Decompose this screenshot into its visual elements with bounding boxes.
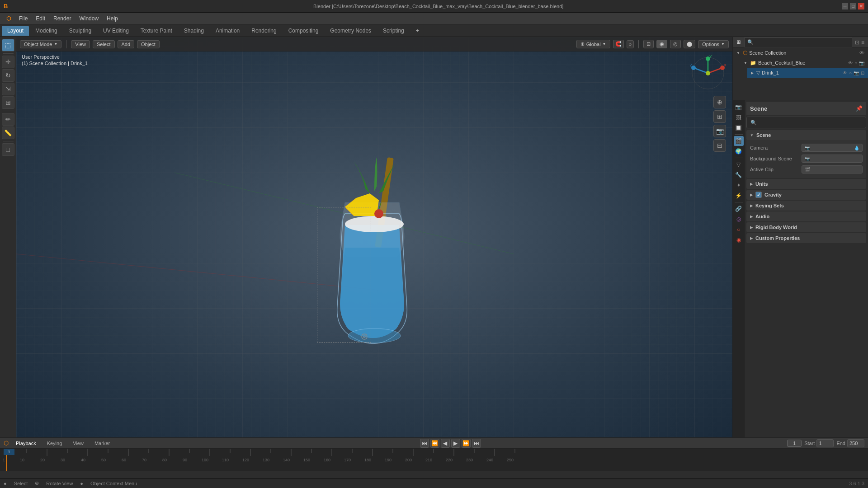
prop-material2-icon[interactable]: ◉ [734, 235, 744, 245]
object-menu[interactable]: Object [137, 40, 160, 48]
viewport-shading-solid[interactable]: ◉ [656, 40, 667, 48]
filter-icon[interactable]: ⊡ [855, 39, 859, 46]
active-clip-field[interactable]: 🎬 [802, 165, 863, 174]
eye-icon-2[interactable]: 👁 [848, 61, 853, 66]
select-icon[interactable]: ⊡ [861, 70, 864, 75]
viewport-options-button[interactable]: Options ▼ [698, 40, 729, 48]
tab-view[interactable]: View [69, 440, 87, 447]
viewport-shading-rendered[interactable]: ⬤ [684, 40, 695, 48]
prop-scene-icon[interactable]: 🎬 [734, 136, 744, 146]
viewport-3d[interactable]: Object Mode ▼ View Select Add Object ⊕ G… [16, 37, 732, 437]
grid-button[interactable]: ⊟ [713, 139, 726, 152]
jump-to-end-button[interactable]: ⏭ [472, 439, 481, 448]
tool-add-cube[interactable]: □ [2, 143, 14, 156]
menu-blender[interactable]: ⬡ [3, 14, 14, 23]
prop-material-icon[interactable]: ○ [734, 225, 744, 235]
maximize-button[interactable]: □ [850, 3, 856, 9]
outliner-scene-collection[interactable]: ▼ ⬡ Scene Collection 👁 [733, 48, 868, 58]
restrict-icon[interactable]: ○ [854, 61, 857, 66]
timeline-ruler[interactable]: 1 1 10 20 30 40 50 60 70 80 90 100 110 1… [0, 449, 868, 471]
menu-help[interactable]: Help [103, 14, 122, 23]
select-menu[interactable]: Select [93, 40, 115, 48]
next-keyframe-button[interactable]: ⏩ [462, 439, 471, 448]
close-button[interactable]: ✕ [858, 3, 864, 9]
menu-file[interactable]: File [15, 14, 31, 23]
custom-props-header[interactable]: ▶ Custom Properties [746, 233, 866, 243]
prop-search-field[interactable]: 🔍 [746, 117, 866, 128]
tool-rotate[interactable]: ↻ [2, 69, 14, 82]
viewport-gizmo[interactable]: X Y Z [690, 55, 726, 91]
tool-transform[interactable]: ⊞ [2, 96, 14, 109]
add-workspace-button[interactable]: + [410, 26, 425, 36]
gravity-checkbox[interactable]: ✓ [755, 192, 762, 198]
tab-layout[interactable]: Layout [2, 26, 29, 36]
units-section-header[interactable]: ▶ Units [746, 179, 866, 189]
tool-select[interactable]: ⬚ [2, 39, 14, 52]
prop-particles-icon[interactable]: ✦ [734, 180, 744, 190]
tab-sculpting[interactable]: Sculpting [64, 26, 97, 36]
prop-constraints-icon[interactable]: 🔗 [734, 204, 744, 214]
prop-output-icon[interactable]: 🖼 [734, 113, 744, 122]
gravity-section-header[interactable]: ▶ ✓ Gravity [746, 190, 866, 200]
tab-uv-editing[interactable]: UV Editing [98, 26, 134, 36]
tool-scale[interactable]: ⇲ [2, 83, 14, 95]
tab-texture-paint[interactable]: Texture Paint [135, 26, 178, 36]
add-menu[interactable]: Add [118, 40, 135, 48]
menu-window[interactable]: Window [75, 14, 102, 23]
viewport-shading-material[interactable]: ◎ [670, 40, 681, 48]
render-icon-2[interactable]: 📷 [854, 70, 859, 75]
prop-viewlayer-icon[interactable]: 🔲 [734, 123, 744, 133]
cursor-icon[interactable]: ○ [849, 70, 852, 75]
audio-section-header[interactable]: ▶ Audio [746, 211, 866, 221]
menu-edit[interactable]: Edit [32, 14, 49, 23]
prop-render-icon[interactable]: 📷 [734, 102, 744, 112]
start-frame-input[interactable]: 1 [816, 439, 834, 447]
zoom-in-button[interactable]: ⊞ [713, 110, 726, 123]
tab-marker[interactable]: Marker [91, 440, 113, 447]
end-frame-input[interactable]: 250 [847, 439, 864, 447]
zoom-to-fit-button[interactable]: ⊕ [713, 96, 726, 108]
object-mode-selector[interactable]: Object Mode ▼ [20, 40, 61, 48]
proportional-edit[interactable]: ○ [627, 40, 634, 48]
outliner-search-bar[interactable]: 🔍 [744, 38, 852, 47]
prop-modifier-icon[interactable]: 🔧 [734, 170, 744, 180]
play-button[interactable]: ▶ [451, 439, 460, 448]
tab-geometry-nodes[interactable]: Geometry Nodes [325, 26, 377, 36]
tab-shading[interactable]: Shading [179, 26, 209, 36]
scene-section-header[interactable]: ▼ Scene [746, 130, 866, 140]
prop-physics-icon[interactable]: ⚡ [734, 191, 744, 201]
outliner-collection-beach[interactable]: ▼ 📁 Beach_Cocktail_Blue 👁 ○ 📷 [740, 58, 868, 68]
tab-modeling[interactable]: Modeling [30, 26, 63, 36]
background-scene-field[interactable]: 📷 [802, 155, 863, 163]
snap-toggle[interactable]: 🧲 [613, 40, 624, 48]
render-icon[interactable]: 📷 [859, 61, 864, 66]
tab-scripting[interactable]: Scripting [377, 26, 410, 36]
prop-world-icon[interactable]: 🌍 [734, 146, 744, 156]
outliner-object-drink1[interactable]: ▶ ▽ Drink_1 👁 ○ 📷 ⊡ [747, 68, 868, 78]
eye-icon-3[interactable]: 👁 [843, 70, 847, 75]
eye-icon[interactable]: 👁 [859, 50, 864, 56]
tab-compositing[interactable]: Compositing [283, 26, 324, 36]
tab-playback[interactable]: Playback [12, 440, 40, 447]
transform-orientation[interactable]: ⊕ Global ▼ [576, 40, 610, 48]
prop-pin-icon[interactable]: 📌 [856, 105, 863, 112]
viewport-shading-wire[interactable]: ⊡ [643, 40, 654, 48]
rigid-body-header[interactable]: ▶ Rigid Body World [746, 222, 866, 232]
tool-measure[interactable]: 📏 [2, 127, 14, 139]
camera-field[interactable]: 📷 💧 [802, 144, 863, 152]
prop-data-icon[interactable]: ◎ [734, 214, 744, 224]
menu-render[interactable]: Render [50, 14, 75, 23]
play-reverse-button[interactable]: ◀ [441, 439, 450, 448]
view-menu[interactable]: View [71, 40, 90, 48]
current-frame-display[interactable]: 1 [787, 440, 802, 447]
minimize-button[interactable]: ─ [842, 3, 848, 9]
options-icon[interactable]: ≡ [861, 39, 864, 46]
tab-animation[interactable]: Animation [210, 26, 245, 36]
keying-sets-header[interactable]: ▶ Keying Sets [746, 201, 866, 211]
tab-keying[interactable]: Keying [43, 440, 66, 447]
tool-move[interactable]: ✛ [2, 56, 14, 68]
prop-object-icon[interactable]: ▽ [734, 160, 744, 169]
prev-keyframe-button[interactable]: ⏪ [430, 439, 439, 448]
tab-rendering[interactable]: Rendering [246, 26, 282, 36]
jump-to-start-button[interactable]: ⏮ [420, 439, 429, 448]
